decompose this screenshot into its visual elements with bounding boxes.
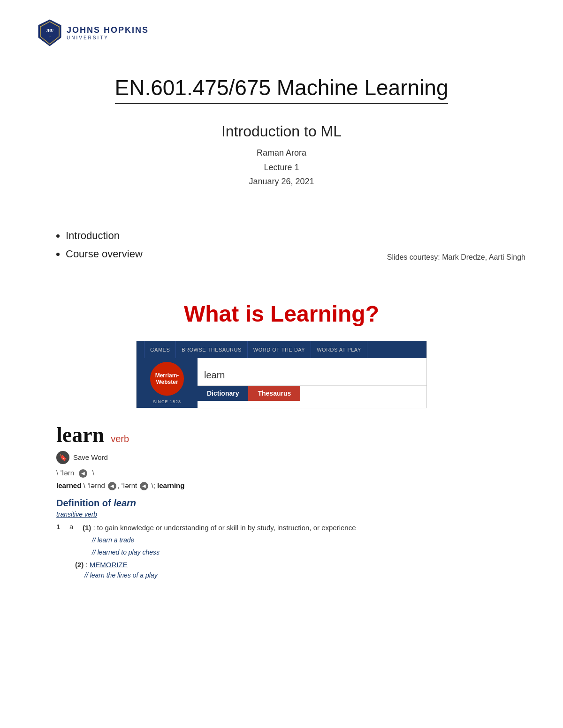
intro-title: Introduction to ML (38, 123, 525, 140)
pron-backslash: \ (91, 469, 94, 477)
def-text-1a1: : to gain knowledge or understanding of … (93, 524, 356, 532)
pronunciation-text: \ ˈlərn (56, 469, 76, 477)
logo-area: JHU ☩ Johns Hopkins UNIVERSITY (38, 19, 525, 47)
lecture-number: Lecture 1 (264, 163, 299, 172)
dict-save-row: 🔖 Save Word (56, 451, 507, 464)
form-learning: learning (157, 481, 184, 489)
author-info: Raman Arora Lecture 1 January 26, 2021 (38, 146, 525, 189)
dict-nav-word-of-day[interactable]: WORD OF THE DAY (248, 341, 311, 358)
def-number-1: 1 (56, 523, 65, 558)
logo-text-block: Johns Hopkins UNIVERSITY (67, 25, 149, 40)
def-letter-a: a (69, 523, 78, 558)
dict-tabs: Dictionary Thesaurus (198, 386, 426, 401)
subtitle-block: Introduction to ML Raman Arora Lecture 1… (38, 123, 525, 189)
course-title: EN.601.475/675 Machine Learning (115, 75, 449, 104)
save-word-icon[interactable]: 🔖 (56, 451, 69, 464)
speaker-icon-3[interactable]: ◀ (140, 482, 148, 490)
bullet-list: Introduction Course overview (66, 226, 143, 263)
save-word-label[interactable]: Save Word (73, 453, 108, 461)
logo-line2: Webster (156, 379, 178, 385)
slides-credit: Slides courtesy: Mark Dredze, Aarti Sing… (387, 253, 525, 262)
dict-def-row-1a1: 1 a (1) : to gain knowledge or understan… (56, 523, 507, 558)
memorize-link[interactable]: MEMORIZE (90, 561, 128, 569)
logo-university-label: UNIVERSITY (67, 35, 149, 40)
section-heading: What is Learning? (38, 301, 525, 327)
dict-nav-games[interactable]: GAMES (144, 341, 176, 358)
dict-example-2: // learned to play chess (92, 548, 356, 556)
dict-def-sub2: (2) : MEMORIZE // learn the lines of a p… (75, 561, 507, 579)
def-label-2: (2) (75, 561, 84, 569)
dict-pronunciation: \ ˈlərn ◀ \ (56, 469, 507, 478)
def-header-prefix: Definition of (56, 498, 114, 508)
page: JHU ☩ Johns Hopkins UNIVERSITY EN.601.47… (0, 0, 563, 728)
dict-def-row-1a2: (2) : MEMORIZE (75, 561, 507, 569)
dict-word-line: learn verb (56, 422, 507, 447)
dict-navbar: GAMES BROWSE THESAURUS WORD OF THE DAY W… (137, 341, 426, 358)
dict-tab-dictionary[interactable]: Dictionary (198, 386, 248, 401)
dict-forms: learned \ ˈlərnd ◀, ˈlərnt ◀ \; learning (56, 481, 507, 490)
dict-example-1: // learn a trade (92, 536, 356, 544)
bullet-item-overview: Course overview (66, 245, 143, 263)
dict-nav-words-at-play[interactable]: WORDS AT PLAY (311, 341, 367, 358)
bullet-section: Introduction Course overview Slides cour… (38, 226, 525, 263)
def-header-word: learn (114, 498, 136, 508)
dict-search-input[interactable] (198, 365, 426, 386)
form-learned: learned (56, 481, 81, 489)
svg-text:JHU: JHU (46, 29, 53, 33)
author-name: Raman Arora (257, 148, 306, 158)
bullet-item-introduction: Introduction (66, 226, 143, 245)
logo-line1: Merriam- (155, 372, 179, 379)
def-label-1: (1) (83, 524, 91, 532)
course-title-block: EN.601.475/675 Machine Learning (38, 75, 525, 104)
dict-logo-area: Merriam- Webster SINCE 1828 (137, 358, 198, 408)
dict-headword: learn (56, 422, 104, 447)
dict-input-area: Dictionary Thesaurus (198, 365, 426, 401)
dict-search-row: Merriam- Webster SINCE 1828 Dictionary T… (137, 358, 426, 408)
logo-university-name: Johns Hopkins (67, 25, 149, 35)
speaker-icon-1[interactable]: ◀ (79, 469, 87, 478)
dict-tab-thesaurus[interactable]: Thesaurus (248, 386, 300, 401)
svg-marker-0 (38, 20, 61, 46)
dictionary-widget: GAMES BROWSE THESAURUS WORD OF THE DAY W… (136, 341, 427, 408)
dict-example-3: // learn the lines of a play (84, 571, 507, 579)
merriam-webster-logo: Merriam- Webster (150, 362, 184, 396)
speaker-icon-2[interactable]: ◀ (108, 482, 116, 490)
dict-since: SINCE 1828 (153, 399, 181, 404)
def-sub-1a: (1) : to gain knowledge or understanding… (83, 523, 356, 558)
dict-entry: learn verb 🔖 Save Word \ ˈlərn ◀ \ learn… (38, 422, 525, 595)
jhu-shield-icon: JHU ☩ (38, 19, 62, 47)
lecture-date: January 26, 2021 (249, 177, 314, 186)
dict-def-header: Definition of learn (56, 498, 507, 509)
dict-nav-thesaurus[interactable]: BROWSE THESAURUS (176, 341, 248, 358)
dict-verb-type: transitive verb (56, 510, 507, 518)
dict-pos: verb (111, 434, 129, 444)
